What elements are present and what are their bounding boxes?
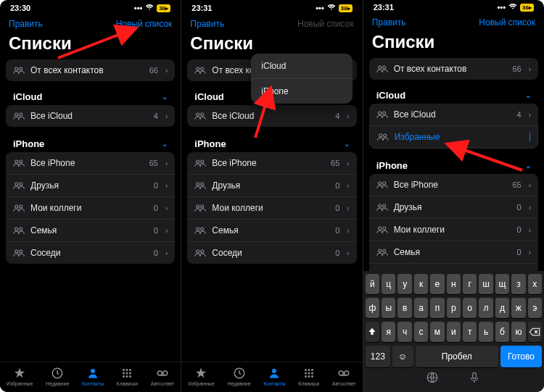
list-row[interactable]: Друзья 0› — [6, 174, 175, 196]
tab-contacts[interactable]: Контакты — [82, 367, 104, 386]
key-ф[interactable]: ф — [366, 298, 379, 318]
tab-label: Автоответ — [332, 381, 356, 386]
section-stack: Все iPhone 65› Друзья 0› Мои коллеги 0› … — [187, 152, 356, 264]
key-и[interactable]: и — [447, 322, 461, 342]
shift-key[interactable] — [366, 322, 379, 342]
backspace-key[interactable] — [528, 322, 542, 342]
tab-voicemail[interactable]: Автоответ — [332, 367, 356, 386]
key-ж[interactable]: ж — [511, 298, 525, 318]
svg-point-57 — [382, 66, 385, 69]
key-п[interactable]: п — [430, 298, 444, 318]
chevron-right-icon: › — [347, 182, 349, 190]
key-г[interactable]: г — [463, 274, 477, 294]
key-я[interactable]: я — [382, 322, 395, 342]
svg-point-32 — [197, 160, 199, 163]
tab-recents[interactable]: Недавние — [46, 367, 69, 386]
list-row[interactable]: Все iCloud 4› — [369, 104, 538, 125]
svg-point-28 — [197, 67, 199, 70]
section-header[interactable]: iCloud ⌄ — [6, 86, 175, 105]
list-row[interactable]: Все iPhone 65› — [6, 152, 175, 174]
key-х[interactable]: х — [528, 274, 542, 294]
key-н[interactable]: н — [447, 274, 461, 294]
list-row[interactable]: Все iCloud 4› — [6, 105, 175, 127]
key-ч[interactable]: ч — [397, 322, 411, 342]
tab-keypad[interactable]: Клавиши — [117, 367, 138, 386]
popup-option[interactable]: iPhone — [251, 78, 353, 104]
key-ы[interactable]: ы — [382, 298, 395, 318]
edit-button[interactable]: Править — [9, 19, 43, 29]
tab-keypad[interactable]: Клавиши — [298, 367, 319, 386]
key-ь[interactable]: ь — [479, 322, 493, 342]
svg-point-50 — [305, 375, 307, 378]
tab-label: Недавние — [227, 381, 250, 386]
key-а[interactable]: а — [414, 298, 428, 318]
key-у[interactable]: у — [397, 274, 411, 294]
globe-icon[interactable] — [426, 371, 439, 384]
list-label: Все iPhone — [30, 158, 144, 168]
tab-recents[interactable]: Недавние — [227, 367, 250, 386]
list-row[interactable]: Друзья 0› — [369, 196, 538, 218]
tab-contacts[interactable]: Контакты — [263, 367, 285, 386]
key-ю[interactable]: ю — [511, 322, 525, 342]
tab-favorites[interactable]: Избранные — [188, 367, 215, 386]
list-row[interactable]: От всех контактов 66› — [369, 58, 538, 80]
new-list-button[interactable]: Новый список — [297, 19, 354, 29]
key-з[interactable]: з — [511, 274, 525, 294]
key-й[interactable]: й — [366, 274, 379, 294]
key-с[interactable]: с — [414, 322, 428, 342]
popup-option[interactable]: iCloud — [251, 54, 353, 78]
svg-point-60 — [379, 134, 382, 137]
section-header[interactable]: iCloud ⌄ — [369, 84, 538, 104]
list-row[interactable]: От всех контактов 66› — [6, 59, 175, 81]
new-list-button[interactable]: Новый список — [479, 17, 535, 28]
key-д[interactable]: д — [495, 298, 509, 318]
tab-favorites[interactable]: Избранные — [7, 367, 33, 386]
edit-button[interactable]: Править — [372, 17, 406, 28]
key-т[interactable]: т — [463, 322, 477, 342]
key-е[interactable]: е — [430, 274, 444, 294]
people-icon — [376, 180, 388, 190]
svg-point-0 — [15, 67, 18, 70]
people-icon — [376, 64, 388, 74]
space-key[interactable]: Пробел — [416, 346, 498, 367]
list-row[interactable]: Все iPhone 65› — [187, 152, 356, 174]
key-в[interactable]: в — [397, 298, 411, 318]
emoji-key[interactable]: ☺ — [392, 346, 413, 367]
new-list-button[interactable]: Новый список — [116, 19, 173, 29]
list-row[interactable]: Соседи 0› — [187, 241, 356, 264]
key-ц[interactable]: ц — [382, 274, 395, 294]
key-ш[interactable]: ш — [479, 274, 493, 294]
svg-point-68 — [378, 249, 381, 252]
list-row[interactable]: Соседи 0› — [369, 263, 538, 271]
list-row[interactable]: Семья 0› — [187, 219, 356, 241]
list-row[interactable]: Мои коллеги 0› — [187, 196, 356, 219]
list-row[interactable]: Друзья 0› — [187, 174, 356, 196]
list-row[interactable]: Семья 0› — [369, 241, 538, 263]
section-header[interactable]: iPhone ⌄ — [369, 154, 538, 174]
list-row[interactable]: Соседи 0› — [6, 241, 175, 264]
svg-point-23 — [126, 375, 128, 378]
list-row[interactable]: Мои коллеги 0› — [6, 196, 175, 219]
list-row[interactable]: Избранные — [369, 125, 538, 149]
list-row[interactable]: Мои коллеги 0› — [369, 218, 538, 241]
key-о[interactable]: о — [463, 298, 477, 318]
list-row[interactable]: Семья 0› — [6, 219, 175, 241]
list-row[interactable]: Все iCloud 4› — [187, 105, 356, 127]
tab-voicemail[interactable]: Автоответ — [151, 367, 175, 386]
key-щ[interactable]: щ — [495, 274, 509, 294]
numbers-key[interactable]: 123 — [366, 346, 390, 367]
key-л[interactable]: л — [479, 298, 493, 318]
key-б[interactable]: б — [495, 322, 509, 342]
mic-icon[interactable] — [468, 371, 481, 384]
section-header[interactable]: iPhone ⌄ — [187, 133, 356, 152]
edit-button[interactable]: Править — [190, 19, 224, 29]
list-count: 66 — [149, 66, 158, 75]
key-э[interactable]: э — [528, 298, 542, 318]
done-key[interactable]: Готово — [500, 346, 542, 367]
key-р[interactable]: р — [447, 298, 461, 318]
section-header[interactable]: iPhone ⌄ — [6, 133, 175, 152]
list-row[interactable]: Все iPhone 65› — [369, 174, 538, 196]
chevron-right-icon: › — [529, 204, 531, 212]
key-м[interactable]: м — [430, 322, 444, 342]
key-к[interactable]: к — [414, 274, 428, 294]
